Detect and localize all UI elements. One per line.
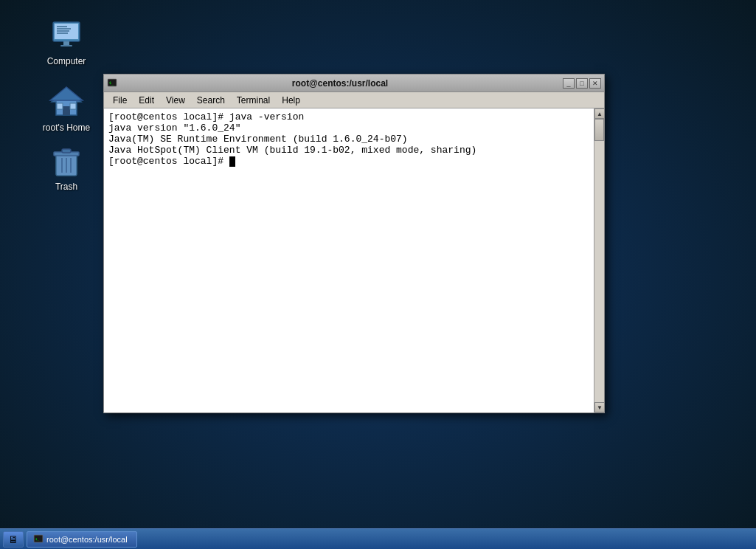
home-icon-label: root's Home	[43, 122, 90, 133]
terminal-menubar: File Edit View Search Terminal Help	[104, 92, 604, 108]
start-icon: 🖥	[8, 534, 18, 545]
terminal-window: $_ root@centos:/usr/local _ □ ✕ File Edi…	[103, 74, 605, 413]
trash-desktop-icon[interactable]: Trash	[37, 140, 96, 195]
maximize-button[interactable]: □	[576, 78, 588, 89]
terminal-body: [root@centos local]# java -version java …	[104, 108, 604, 412]
scroll-thumb[interactable]	[594, 119, 604, 141]
svg-rect-11	[70, 103, 76, 109]
svg-rect-9	[63, 106, 70, 115]
svg-text:$_: $_	[35, 537, 39, 541]
svg-text:$_: $_	[109, 80, 114, 86]
svg-rect-3	[60, 45, 72, 46]
titlebar-left: $_	[107, 78, 117, 89]
taskbar-terminal-item[interactable]: $_ root@centos:/usr/local	[27, 531, 137, 548]
menu-view[interactable]: View	[160, 94, 191, 107]
menu-edit[interactable]: Edit	[133, 94, 160, 107]
svg-rect-2	[63, 41, 69, 45]
close-button[interactable]: ✕	[589, 78, 601, 89]
computer-icon-label: Computer	[47, 56, 86, 66]
terminal-title-icon: $_	[107, 78, 117, 89]
window-buttons: _ □ ✕	[563, 78, 601, 89]
terminal-titlebar: $_ root@centos:/usr/local _ □ ✕	[104, 75, 604, 92]
trash-icon-label: Trash	[55, 182, 77, 192]
menu-file[interactable]: File	[107, 94, 133, 107]
taskbar-terminal-icon: $_	[33, 534, 44, 545]
minimize-button[interactable]: _	[563, 78, 575, 89]
terminal-title: root@centos:/usr/local	[117, 78, 563, 89]
terminal-scrollbar: ▲ ▼	[594, 108, 604, 412]
menu-terminal[interactable]: Terminal	[231, 94, 276, 107]
svg-rect-15	[62, 149, 71, 153]
menu-help[interactable]: Help	[276, 94, 306, 107]
home-icon	[49, 84, 84, 120]
svg-rect-10	[57, 103, 63, 109]
taskbar-start-button[interactable]: 🖥	[3, 531, 24, 548]
computer-icon	[49, 18, 84, 53]
computer-desktop-icon[interactable]: Computer	[37, 15, 96, 69]
terminal-cursor	[229, 156, 235, 167]
svg-marker-12	[50, 87, 83, 100]
trash-icon	[49, 143, 84, 179]
scroll-track	[594, 119, 604, 402]
scroll-down-button[interactable]: ▼	[594, 402, 604, 412]
menu-search[interactable]: Search	[191, 94, 231, 107]
home-desktop-icon[interactable]: root's Home	[37, 81, 96, 136]
scroll-up-button[interactable]: ▲	[594, 108, 604, 119]
taskbar: 🖥 $_ root@centos:/usr/local	[0, 528, 756, 549]
taskbar-terminal-label: root@centos:/usr/local	[46, 535, 128, 544]
terminal-output[interactable]: [root@centos local]# java -version java …	[104, 108, 594, 412]
